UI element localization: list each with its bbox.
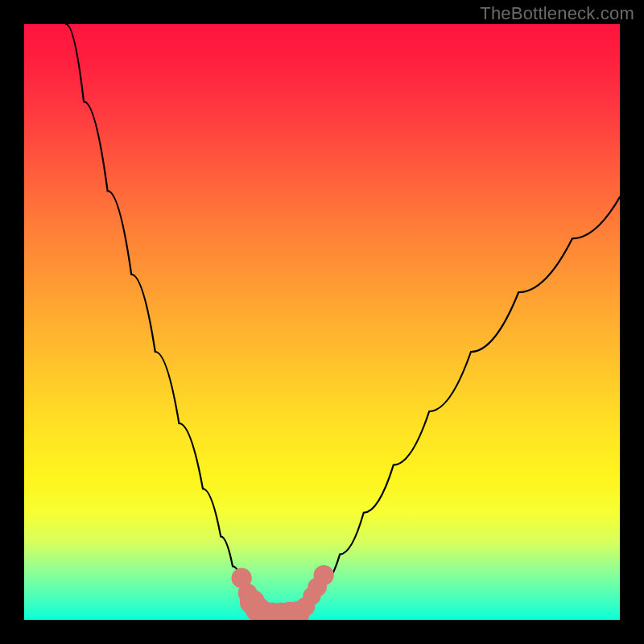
- series-group: [66, 24, 620, 615]
- chart-svg: [24, 24, 620, 620]
- chart-frame: TheBottleneck.com: [0, 0, 644, 644]
- data-marker: [314, 565, 334, 585]
- series-right-curve: [298, 197, 620, 614]
- markers-group: [232, 565, 334, 620]
- watermark-text: TheBottleneck.com: [480, 3, 634, 24]
- plot-area: [24, 24, 620, 620]
- series-left-curve: [66, 24, 262, 614]
